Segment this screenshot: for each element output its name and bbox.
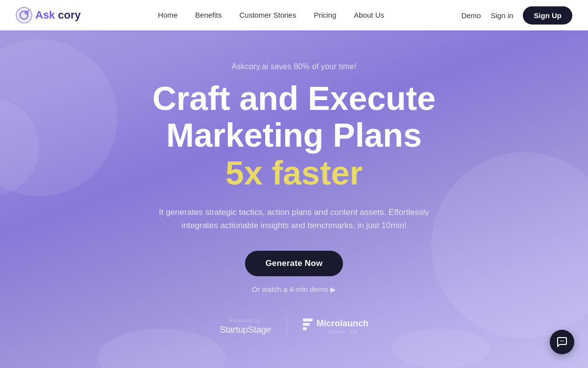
hero-badges: Featured by StartupStage Microlaunch Win… bbox=[220, 317, 368, 335]
nav-right: Demo Sign in Sign Up bbox=[461, 6, 572, 25]
featured-by-text: Featured by bbox=[229, 318, 261, 323]
logo[interactable]: Askcory bbox=[16, 7, 81, 24]
svg-point-4 bbox=[560, 341, 561, 342]
nav-links: Home Benefits Customer Stories Pricing A… bbox=[158, 11, 384, 20]
svg-point-6 bbox=[563, 341, 564, 342]
hero-title-line1: Craft and Execute bbox=[152, 79, 436, 117]
nav-benefits[interactable]: Benefits bbox=[195, 11, 221, 19]
nav-pricing[interactable]: Pricing bbox=[314, 11, 336, 19]
nav-home[interactable]: Home bbox=[158, 11, 177, 19]
svg-point-5 bbox=[562, 341, 563, 342]
badge-startup: Featured by StartupStage bbox=[220, 318, 271, 335]
hero-tagline: Askcory.ai saves 80% of your time! bbox=[232, 62, 357, 71]
startup-stage-accent: Stage bbox=[248, 324, 271, 335]
hero-title-accent: 5x faster bbox=[152, 154, 436, 192]
startup-stage-text: StartupStage bbox=[220, 324, 271, 335]
microlaunch-icon bbox=[303, 318, 313, 334]
nav-signin[interactable]: Sign in bbox=[490, 11, 513, 20]
hero-content: Askcory.ai saves 80% of your time! Craft… bbox=[142, 62, 446, 335]
hero-section: Askcory.ai saves 80% of your time! Craft… bbox=[0, 0, 588, 368]
hero-title: Craft and Execute Marketing Plans 5x fas… bbox=[152, 80, 436, 204]
demo-link[interactable]: Or watch a 4-min demo ▶ bbox=[252, 285, 336, 294]
logo-text: Ask bbox=[35, 9, 55, 22]
logo-accent: cory bbox=[58, 9, 80, 22]
nav-demo[interactable]: Demo bbox=[461, 11, 481, 20]
signup-button[interactable]: Sign Up bbox=[523, 6, 572, 25]
chat-icon bbox=[556, 336, 568, 348]
generate-now-button[interactable]: Generate Now bbox=[245, 251, 343, 276]
badge-microlaunch: Microlaunch Winner · 1st bbox=[303, 318, 368, 335]
nav-about-us[interactable]: About Us bbox=[354, 11, 384, 19]
microlaunch-sub: Winner · 1st bbox=[317, 329, 368, 335]
microlaunch-text: Microlaunch Winner · 1st bbox=[317, 318, 368, 335]
nav-customer-stories[interactable]: Customer Stories bbox=[240, 11, 296, 19]
microlaunch-name: Microlaunch bbox=[317, 318, 368, 329]
badge-divider bbox=[287, 317, 287, 335]
deco-circle-left bbox=[0, 98, 39, 196]
chat-button[interactable] bbox=[550, 330, 574, 354]
hero-title-line2: Marketing Plans bbox=[166, 116, 422, 154]
hero-subtitle: It generates strategic tactics, action p… bbox=[142, 206, 446, 232]
navbar: Askcory Home Benefits Customer Stories P… bbox=[0, 0, 588, 30]
